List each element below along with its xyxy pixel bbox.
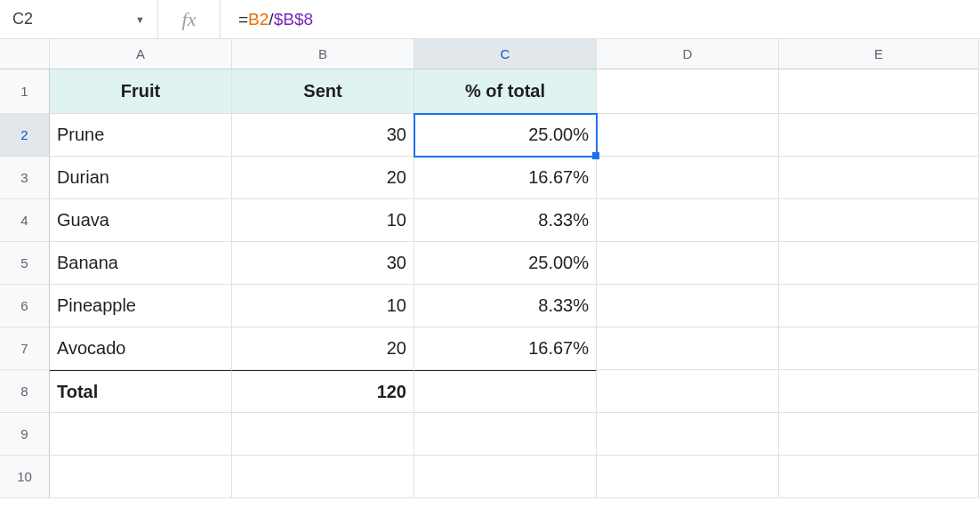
cell-D5[interactable]	[597, 242, 779, 285]
cell-B7[interactable]: 20	[232, 327, 414, 370]
cell-C7[interactable]: 16.67%	[414, 327, 597, 370]
formula-input[interactable]: =B2/$B$8	[221, 0, 980, 38]
cell-B9[interactable]	[232, 413, 414, 456]
name-box-dropdown-icon[interactable]: ▼	[135, 14, 145, 25]
row-header-8[interactable]: 8	[0, 370, 50, 413]
cell-C3[interactable]: 16.67%	[414, 157, 597, 199]
select-all-corner[interactable]	[0, 39, 50, 69]
cell-A1[interactable]: Fruit	[50, 69, 232, 114]
cell-B6[interactable]: 10	[232, 285, 414, 327]
cell-B4[interactable]: 10	[232, 199, 414, 242]
cell-B1[interactable]: Sent	[232, 69, 414, 114]
cell-E2[interactable]	[779, 114, 979, 157]
cell-C8[interactable]	[414, 370, 597, 413]
cell-A5[interactable]: Banana	[50, 242, 232, 285]
cell-D10[interactable]	[597, 456, 779, 498]
cell-D9[interactable]	[597, 413, 779, 456]
cell-E3[interactable]	[779, 157, 979, 199]
cell-E5[interactable]	[779, 242, 979, 285]
row-header-9[interactable]: 9	[0, 413, 50, 456]
cell-B3[interactable]: 20	[232, 157, 414, 199]
cell-C5[interactable]: 25.00%	[414, 242, 597, 285]
formula-eq: =	[238, 10, 248, 29]
cell-E10[interactable]	[779, 456, 979, 498]
cell-D1[interactable]	[597, 69, 779, 114]
cell-A8[interactable]: Total	[50, 370, 232, 413]
cell-D2[interactable]	[597, 114, 779, 157]
formula-ref-b8: $B$8	[274, 10, 313, 29]
row-header-7[interactable]: 7	[0, 327, 50, 370]
cell-E4[interactable]	[779, 199, 979, 242]
cell-C4[interactable]: 8.33%	[414, 199, 597, 242]
cell-C9[interactable]	[414, 413, 597, 456]
row-header-4[interactable]: 4	[0, 199, 50, 242]
cell-E9[interactable]	[779, 413, 979, 456]
cell-B10[interactable]	[232, 456, 414, 498]
cell-C2-value: 25.00%	[528, 125, 589, 145]
cell-D4[interactable]	[597, 199, 779, 242]
cell-A10[interactable]	[50, 456, 232, 498]
col-header-E[interactable]: E	[779, 39, 979, 69]
cell-D8[interactable]	[597, 370, 779, 413]
row-header-2[interactable]: 2	[0, 114, 50, 157]
cell-B5[interactable]: 30	[232, 242, 414, 285]
cell-C1[interactable]: % of total	[414, 69, 597, 114]
cell-E7[interactable]	[779, 327, 979, 370]
cell-E1[interactable]	[779, 69, 979, 114]
cell-C2[interactable]: 25.00%	[414, 114, 597, 157]
col-header-B[interactable]: B	[232, 39, 414, 69]
col-header-A[interactable]: A	[50, 39, 232, 69]
cell-B2[interactable]: 30	[232, 114, 414, 157]
cell-E6[interactable]	[779, 285, 979, 327]
row-header-5[interactable]: 5	[0, 242, 50, 285]
name-box-container[interactable]: ▼	[0, 0, 158, 38]
formula-ref-b2: B2	[248, 10, 269, 29]
cell-A2[interactable]: Prune	[50, 114, 232, 157]
spreadsheet-grid: A B C D E 1 Fruit Sent % of total 2 Prun…	[0, 39, 980, 498]
cell-A7[interactable]: Avocado	[50, 327, 232, 370]
cell-E8[interactable]	[779, 370, 979, 413]
row-header-10[interactable]: 10	[0, 456, 50, 498]
fx-icon[interactable]: fx	[158, 0, 221, 38]
formula-bar: ▼ fx =B2/$B$8	[0, 0, 980, 39]
cell-D7[interactable]	[597, 327, 779, 370]
col-header-D[interactable]: D	[597, 39, 779, 69]
cell-B8[interactable]: 120	[232, 370, 414, 413]
cell-C10[interactable]	[414, 456, 597, 498]
name-box[interactable]	[11, 9, 100, 29]
cell-A9[interactable]	[50, 413, 232, 456]
cell-A6[interactable]: Pineapple	[50, 285, 232, 327]
cell-A3[interactable]: Durian	[50, 157, 232, 199]
row-header-1[interactable]: 1	[0, 69, 50, 114]
cell-C6[interactable]: 8.33%	[414, 285, 597, 327]
cell-A4[interactable]: Guava	[50, 199, 232, 242]
row-header-6[interactable]: 6	[0, 285, 50, 327]
cell-D6[interactable]	[597, 285, 779, 327]
fill-handle[interactable]	[592, 152, 599, 159]
cell-D3[interactable]	[597, 157, 779, 199]
col-header-C[interactable]: C	[414, 39, 597, 69]
row-header-3[interactable]: 3	[0, 157, 50, 199]
